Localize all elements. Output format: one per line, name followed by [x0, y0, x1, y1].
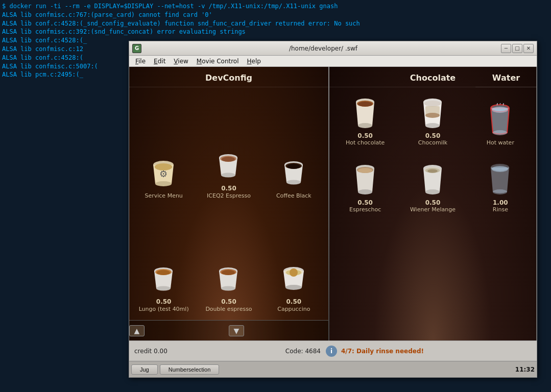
item-name-service-menu: Service Menu [145, 192, 182, 200]
cup-service-menu: ⚙ [146, 155, 182, 190]
svg-point-38 [358, 189, 372, 194]
svg-point-30 [425, 123, 440, 128]
panels-area: DevConfig ⚙ Ser [129, 67, 537, 340]
svg-point-33 [425, 113, 440, 118]
menu-help[interactable]: Help [243, 57, 265, 66]
item-price-iceq2: 0.50 [221, 185, 236, 192]
item-price-hot-chocolate: 0.50 [357, 132, 373, 139]
credit-display: credit 0.00 [134, 348, 167, 355]
water-header: Water [475, 67, 537, 87]
svg-point-40 [358, 168, 372, 173]
window-controls: − □ ✕ [501, 44, 534, 53]
svg-point-31 [424, 101, 441, 107]
menu-view[interactable]: View [170, 57, 192, 66]
item-lungo[interactable]: 0.50 Lungo (test 40ml) [133, 206, 194, 315]
left-items-grid: ⚙ Service Menu [129, 87, 328, 320]
svg-point-42 [425, 189, 440, 194]
status-message: 4/7: Daily rinse needed! [341, 348, 424, 355]
water-section: Water [475, 67, 537, 87]
item-price-rinse: 1.00 [493, 199, 508, 206]
item-iceq2-espresso[interactable]: 0.50 ICEQ2 Espresso [198, 92, 259, 202]
svg-point-47 [493, 189, 507, 194]
scroll-down-button[interactable]: ▼ [229, 325, 244, 336]
svg-text:⚙: ⚙ [159, 168, 167, 179]
svg-point-19 [222, 270, 235, 275]
window-title: /home/developer/ .swf [146, 45, 501, 52]
item-cappuccino[interactable]: 0.50 Cappuccino [263, 206, 324, 315]
svg-point-13 [156, 286, 171, 290]
svg-point-28 [358, 102, 372, 107]
svg-point-24 [290, 268, 298, 277]
item-hot-chocolate[interactable]: 0.50 Hot chocolate [333, 92, 397, 149]
right-panel: Chocolate [329, 67, 537, 340]
menu-edit[interactable]: Edit [150, 57, 170, 66]
cup-rinse [483, 161, 518, 197]
chocolate-items-grid: 0.50 Hot chocolate [329, 87, 536, 154]
item-price-double-espresso: 0.50 [221, 298, 236, 305]
item-name-lungo: Lungo (test 40ml) [139, 306, 189, 313]
time-display: 11:32 [515, 366, 535, 373]
item-espreschoc[interactable]: 0.50 Espreschoc [333, 159, 397, 216]
item-rinse[interactable]: 1.00 Rinse [469, 159, 532, 216]
numberselection-button[interactable]: Numberselection [160, 364, 220, 375]
svg-point-17 [221, 286, 235, 290]
svg-point-48 [492, 166, 508, 172]
right-bottom-items-grid: 0.50 Espreschoc [329, 154, 536, 221]
svg-point-35 [493, 130, 507, 135]
item-chocomilk[interactable]: 0.50 Chocomilk [401, 92, 464, 149]
info-button[interactable]: i [326, 346, 337, 357]
bottom-bar: Jug Numberselection 11:32 [129, 361, 537, 377]
menu-file[interactable]: File [131, 57, 150, 66]
left-panel: DevConfig ⚙ Ser [129, 67, 328, 340]
item-wiener-melange[interactable]: 0.50 Wiener Melange [401, 159, 464, 216]
item-price-chocomilk: 0.50 [425, 132, 441, 139]
item-name-wiener-melange: Wiener Melange [410, 206, 456, 213]
item-name-hot-chocolate: Hot chocolate [346, 139, 385, 146]
close-button[interactable]: ✕ [523, 44, 534, 53]
item-name-espreschoc: Espreschoc [349, 206, 381, 213]
svg-point-36 [492, 107, 508, 113]
scroll-up-button[interactable]: ▲ [129, 325, 145, 336]
jug-button[interactable]: Jug [131, 364, 158, 375]
main-window: G /home/developer/ .swf − □ ✕ File Edit … [129, 41, 537, 378]
svg-point-5 [221, 173, 235, 177]
cup-iceq2-espresso [211, 147, 247, 183]
svg-point-11 [287, 164, 300, 169]
item-service-menu[interactable]: ⚙ Service Menu [133, 92, 194, 202]
svg-point-45 [427, 169, 438, 173]
svg-point-7 [222, 157, 235, 162]
item-hot-water[interactable]: Hot water [469, 92, 532, 149]
svg-point-21 [285, 285, 302, 290]
svg-point-15 [157, 270, 170, 275]
item-name-coffee-black: Coffee Black [276, 192, 312, 200]
cup-lungo [146, 260, 182, 296]
cup-coffee-black [276, 155, 312, 190]
item-price-espreschoc: 0.50 [357, 199, 373, 206]
cup-wiener-melange [415, 161, 450, 197]
app-content: DevConfig ⚙ Ser [129, 67, 537, 377]
maximize-button[interactable]: □ [512, 44, 522, 53]
item-price-lungo: 0.50 [156, 298, 172, 305]
app-icon: G [132, 44, 141, 53]
item-name-double-espresso: Double espresso [205, 306, 252, 313]
cup-chocomilk [415, 94, 450, 130]
item-name-hot-water: Hot water [487, 139, 514, 146]
scroll-area: ▲ ▼ [129, 320, 328, 340]
svg-point-9 [286, 180, 301, 185]
item-name-cappuccino: Cappuccino [277, 306, 310, 313]
menu-movie-control[interactable]: Movie Control [193, 57, 243, 66]
menubar: File Edit View Movie Control Help [129, 56, 537, 67]
item-name-iceq2: ICEQ2 Espresso [207, 192, 251, 200]
minimize-button[interactable]: − [501, 44, 511, 53]
item-price-wiener-melange: 0.50 [425, 199, 441, 206]
svg-point-1 [155, 181, 172, 186]
cup-cappuccino [276, 260, 312, 296]
item-name-rinse: Rinse [493, 206, 508, 213]
status-bar: credit 0.00 Code: 4684 i 4/7: Daily rins… [129, 340, 537, 361]
titlebar: G /home/developer/ .swf − □ ✕ [129, 41, 537, 56]
item-coffee-black[interactable]: Coffee Black [263, 92, 324, 202]
code-display: Code: 4684 [285, 348, 321, 355]
cup-hot-water [483, 102, 518, 137]
svg-point-26 [358, 123, 372, 128]
item-double-espresso[interactable]: 0.50 Double espresso [198, 206, 259, 315]
